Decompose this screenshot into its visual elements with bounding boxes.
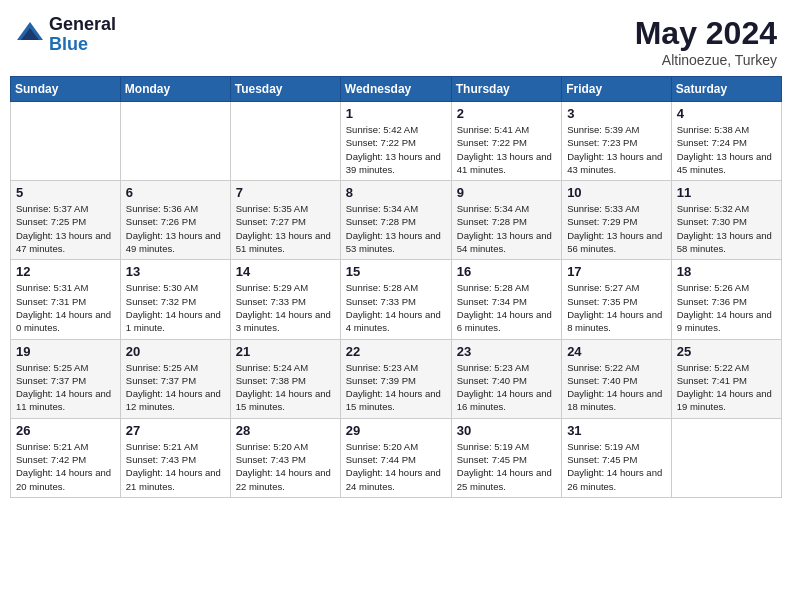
day-number: 3	[567, 106, 666, 121]
day-number: 9	[457, 185, 556, 200]
cell-content: Sunrise: 5:39 AM Sunset: 7:23 PM Dayligh…	[567, 123, 666, 176]
calendar-cell: 15Sunrise: 5:28 AM Sunset: 7:33 PM Dayli…	[340, 260, 451, 339]
weekday-header-monday: Monday	[120, 77, 230, 102]
calendar-cell: 22Sunrise: 5:23 AM Sunset: 7:39 PM Dayli…	[340, 339, 451, 418]
title-block: May 2024 Altinoezue, Turkey	[635, 15, 777, 68]
cell-content: Sunrise: 5:23 AM Sunset: 7:39 PM Dayligh…	[346, 361, 446, 414]
calendar-cell	[230, 102, 340, 181]
cell-content: Sunrise: 5:28 AM Sunset: 7:34 PM Dayligh…	[457, 281, 556, 334]
week-row-2: 5Sunrise: 5:37 AM Sunset: 7:25 PM Daylig…	[11, 181, 782, 260]
page-header: General Blue May 2024 Altinoezue, Turkey	[10, 10, 782, 68]
cell-content: Sunrise: 5:35 AM Sunset: 7:27 PM Dayligh…	[236, 202, 335, 255]
calendar-cell: 10Sunrise: 5:33 AM Sunset: 7:29 PM Dayli…	[562, 181, 672, 260]
day-number: 16	[457, 264, 556, 279]
cell-content: Sunrise: 5:42 AM Sunset: 7:22 PM Dayligh…	[346, 123, 446, 176]
cell-content: Sunrise: 5:36 AM Sunset: 7:26 PM Dayligh…	[126, 202, 225, 255]
day-number: 1	[346, 106, 446, 121]
week-row-4: 19Sunrise: 5:25 AM Sunset: 7:37 PM Dayli…	[11, 339, 782, 418]
logo-general-text: General	[49, 15, 116, 35]
cell-content: Sunrise: 5:21 AM Sunset: 7:42 PM Dayligh…	[16, 440, 115, 493]
cell-content: Sunrise: 5:29 AM Sunset: 7:33 PM Dayligh…	[236, 281, 335, 334]
weekday-header-row: SundayMondayTuesdayWednesdayThursdayFrid…	[11, 77, 782, 102]
day-number: 19	[16, 344, 115, 359]
cell-content: Sunrise: 5:34 AM Sunset: 7:28 PM Dayligh…	[457, 202, 556, 255]
calendar-cell: 18Sunrise: 5:26 AM Sunset: 7:36 PM Dayli…	[671, 260, 781, 339]
cell-content: Sunrise: 5:19 AM Sunset: 7:45 PM Dayligh…	[567, 440, 666, 493]
calendar-cell: 1Sunrise: 5:42 AM Sunset: 7:22 PM Daylig…	[340, 102, 451, 181]
day-number: 6	[126, 185, 225, 200]
month-year: May 2024	[635, 15, 777, 52]
weekday-header-wednesday: Wednesday	[340, 77, 451, 102]
calendar-cell	[120, 102, 230, 181]
cell-content: Sunrise: 5:19 AM Sunset: 7:45 PM Dayligh…	[457, 440, 556, 493]
cell-content: Sunrise: 5:32 AM Sunset: 7:30 PM Dayligh…	[677, 202, 776, 255]
calendar-cell: 6Sunrise: 5:36 AM Sunset: 7:26 PM Daylig…	[120, 181, 230, 260]
calendar-cell: 21Sunrise: 5:24 AM Sunset: 7:38 PM Dayli…	[230, 339, 340, 418]
day-number: 13	[126, 264, 225, 279]
day-number: 20	[126, 344, 225, 359]
cell-content: Sunrise: 5:28 AM Sunset: 7:33 PM Dayligh…	[346, 281, 446, 334]
day-number: 12	[16, 264, 115, 279]
calendar-cell: 9Sunrise: 5:34 AM Sunset: 7:28 PM Daylig…	[451, 181, 561, 260]
day-number: 11	[677, 185, 776, 200]
calendar-cell: 14Sunrise: 5:29 AM Sunset: 7:33 PM Dayli…	[230, 260, 340, 339]
week-row-3: 12Sunrise: 5:31 AM Sunset: 7:31 PM Dayli…	[11, 260, 782, 339]
calendar-cell: 12Sunrise: 5:31 AM Sunset: 7:31 PM Dayli…	[11, 260, 121, 339]
day-number: 18	[677, 264, 776, 279]
calendar-cell: 3Sunrise: 5:39 AM Sunset: 7:23 PM Daylig…	[562, 102, 672, 181]
cell-content: Sunrise: 5:27 AM Sunset: 7:35 PM Dayligh…	[567, 281, 666, 334]
cell-content: Sunrise: 5:33 AM Sunset: 7:29 PM Dayligh…	[567, 202, 666, 255]
calendar-cell: 19Sunrise: 5:25 AM Sunset: 7:37 PM Dayli…	[11, 339, 121, 418]
calendar-cell: 8Sunrise: 5:34 AM Sunset: 7:28 PM Daylig…	[340, 181, 451, 260]
day-number: 10	[567, 185, 666, 200]
day-number: 4	[677, 106, 776, 121]
cell-content: Sunrise: 5:21 AM Sunset: 7:43 PM Dayligh…	[126, 440, 225, 493]
day-number: 2	[457, 106, 556, 121]
week-row-1: 1Sunrise: 5:42 AM Sunset: 7:22 PM Daylig…	[11, 102, 782, 181]
cell-content: Sunrise: 5:23 AM Sunset: 7:40 PM Dayligh…	[457, 361, 556, 414]
cell-content: Sunrise: 5:26 AM Sunset: 7:36 PM Dayligh…	[677, 281, 776, 334]
calendar-cell: 7Sunrise: 5:35 AM Sunset: 7:27 PM Daylig…	[230, 181, 340, 260]
calendar-cell: 26Sunrise: 5:21 AM Sunset: 7:42 PM Dayli…	[11, 418, 121, 497]
day-number: 21	[236, 344, 335, 359]
day-number: 28	[236, 423, 335, 438]
cell-content: Sunrise: 5:30 AM Sunset: 7:32 PM Dayligh…	[126, 281, 225, 334]
weekday-header-sunday: Sunday	[11, 77, 121, 102]
day-number: 15	[346, 264, 446, 279]
location: Altinoezue, Turkey	[635, 52, 777, 68]
weekday-header-friday: Friday	[562, 77, 672, 102]
day-number: 14	[236, 264, 335, 279]
calendar-cell: 2Sunrise: 5:41 AM Sunset: 7:22 PM Daylig…	[451, 102, 561, 181]
calendar-cell: 30Sunrise: 5:19 AM Sunset: 7:45 PM Dayli…	[451, 418, 561, 497]
calendar-cell	[11, 102, 121, 181]
cell-content: Sunrise: 5:25 AM Sunset: 7:37 PM Dayligh…	[126, 361, 225, 414]
calendar-cell: 23Sunrise: 5:23 AM Sunset: 7:40 PM Dayli…	[451, 339, 561, 418]
day-number: 24	[567, 344, 666, 359]
day-number: 17	[567, 264, 666, 279]
calendar-cell: 4Sunrise: 5:38 AM Sunset: 7:24 PM Daylig…	[671, 102, 781, 181]
day-number: 8	[346, 185, 446, 200]
cell-content: Sunrise: 5:24 AM Sunset: 7:38 PM Dayligh…	[236, 361, 335, 414]
cell-content: Sunrise: 5:20 AM Sunset: 7:44 PM Dayligh…	[346, 440, 446, 493]
cell-content: Sunrise: 5:25 AM Sunset: 7:37 PM Dayligh…	[16, 361, 115, 414]
day-number: 7	[236, 185, 335, 200]
day-number: 27	[126, 423, 225, 438]
day-number: 30	[457, 423, 556, 438]
day-number: 23	[457, 344, 556, 359]
calendar-cell: 17Sunrise: 5:27 AM Sunset: 7:35 PM Dayli…	[562, 260, 672, 339]
cell-content: Sunrise: 5:20 AM Sunset: 7:43 PM Dayligh…	[236, 440, 335, 493]
day-number: 26	[16, 423, 115, 438]
weekday-header-saturday: Saturday	[671, 77, 781, 102]
week-row-5: 26Sunrise: 5:21 AM Sunset: 7:42 PM Dayli…	[11, 418, 782, 497]
weekday-header-tuesday: Tuesday	[230, 77, 340, 102]
weekday-header-thursday: Thursday	[451, 77, 561, 102]
day-number: 31	[567, 423, 666, 438]
logo-blue-text: Blue	[49, 35, 116, 55]
cell-content: Sunrise: 5:38 AM Sunset: 7:24 PM Dayligh…	[677, 123, 776, 176]
day-number: 29	[346, 423, 446, 438]
calendar-cell: 13Sunrise: 5:30 AM Sunset: 7:32 PM Dayli…	[120, 260, 230, 339]
cell-content: Sunrise: 5:22 AM Sunset: 7:40 PM Dayligh…	[567, 361, 666, 414]
calendar-cell: 31Sunrise: 5:19 AM Sunset: 7:45 PM Dayli…	[562, 418, 672, 497]
calendar-cell: 11Sunrise: 5:32 AM Sunset: 7:30 PM Dayli…	[671, 181, 781, 260]
calendar-cell	[671, 418, 781, 497]
